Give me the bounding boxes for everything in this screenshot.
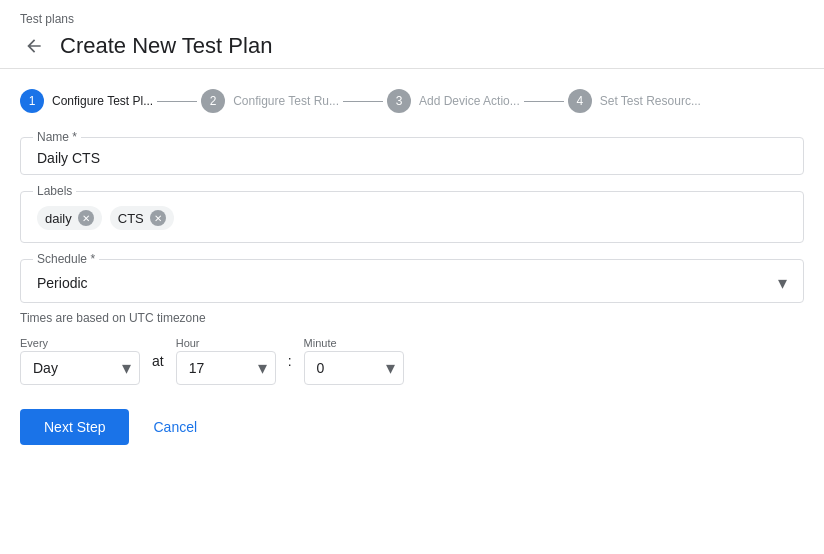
chip-cts-close[interactable]: ✕ — [150, 210, 166, 226]
chip-daily-text: daily — [45, 211, 72, 226]
step-4-label: Set Test Resourc... — [600, 94, 701, 108]
minute-label: Minute — [304, 337, 404, 349]
labels-field-container: Labels daily ✕ CTS ✕ — [20, 191, 804, 243]
every-label: Every — [20, 337, 140, 349]
chip-daily-close[interactable]: ✕ — [78, 210, 94, 226]
step-1-circle: 1 — [20, 89, 44, 113]
minute-select[interactable]: 0 ▾ — [304, 351, 404, 385]
next-step-button[interactable]: Next Step — [20, 409, 129, 445]
hour-value: 17 — [189, 360, 205, 376]
chip-daily: daily ✕ — [37, 206, 102, 230]
schedule-value: Periodic — [37, 275, 88, 291]
step-3-circle: 3 — [387, 89, 411, 113]
every-arrow-icon: ▾ — [122, 357, 131, 379]
minute-arrow-icon: ▾ — [386, 357, 395, 379]
step-4-circle: 4 — [568, 89, 592, 113]
step-3: 3 Add Device Actio... — [387, 89, 520, 113]
hour-arrow-icon: ▾ — [258, 357, 267, 379]
step-4: 4 Set Test Resourc... — [568, 89, 701, 113]
step-1: 1 Configure Test Pl... — [20, 89, 153, 113]
step-2: 2 Configure Test Ru... — [201, 89, 339, 113]
periodic-row: Every Day ▾ at Hour 17 ▾ : Minute 0 ▾ — [20, 337, 804, 385]
back-button[interactable] — [20, 32, 48, 60]
every-select[interactable]: Day ▾ — [20, 351, 140, 385]
schedule-field-container[interactable]: Schedule Periodic ▾ — [20, 259, 804, 303]
name-input[interactable] — [37, 150, 787, 166]
labels-inner: daily ✕ CTS ✕ — [37, 202, 787, 230]
stepper: 1 Configure Test Pl... 2 Configure Test … — [20, 89, 804, 113]
schedule-label: Schedule — [33, 252, 99, 266]
minute-wrapper: Minute 0 ▾ — [304, 337, 404, 385]
step-connector-3 — [524, 101, 564, 102]
hour-label: Hour — [176, 337, 276, 349]
button-row: Next Step Cancel — [20, 409, 804, 445]
chip-cts-text: CTS — [118, 211, 144, 226]
cancel-button[interactable]: Cancel — [145, 409, 205, 445]
step-2-circle: 2 — [201, 89, 225, 113]
minute-value: 0 — [317, 360, 325, 376]
step-connector-1 — [157, 101, 197, 102]
schedule-select-inner: Periodic ▾ — [37, 272, 787, 294]
hour-select[interactable]: 17 ▾ — [176, 351, 276, 385]
timezone-note: Times are based on UTC timezone — [20, 311, 804, 325]
name-label: Name — [33, 130, 81, 144]
labels-label: Labels — [33, 184, 76, 198]
step-2-label: Configure Test Ru... — [233, 94, 339, 108]
chip-cts: CTS ✕ — [110, 206, 174, 230]
colon-separator: : — [288, 353, 292, 369]
breadcrumb: Test plans — [20, 12, 804, 26]
at-label: at — [152, 353, 164, 369]
every-value: Day — [33, 360, 58, 376]
step-3-label: Add Device Actio... — [419, 94, 520, 108]
schedule-arrow-icon: ▾ — [778, 272, 787, 294]
hour-wrapper: Hour 17 ▾ — [176, 337, 276, 385]
name-field-container: Name — [20, 137, 804, 175]
step-connector-2 — [343, 101, 383, 102]
step-1-label: Configure Test Pl... — [52, 94, 153, 108]
page-title: Create New Test Plan — [60, 33, 272, 59]
every-wrapper: Every Day ▾ — [20, 337, 140, 385]
